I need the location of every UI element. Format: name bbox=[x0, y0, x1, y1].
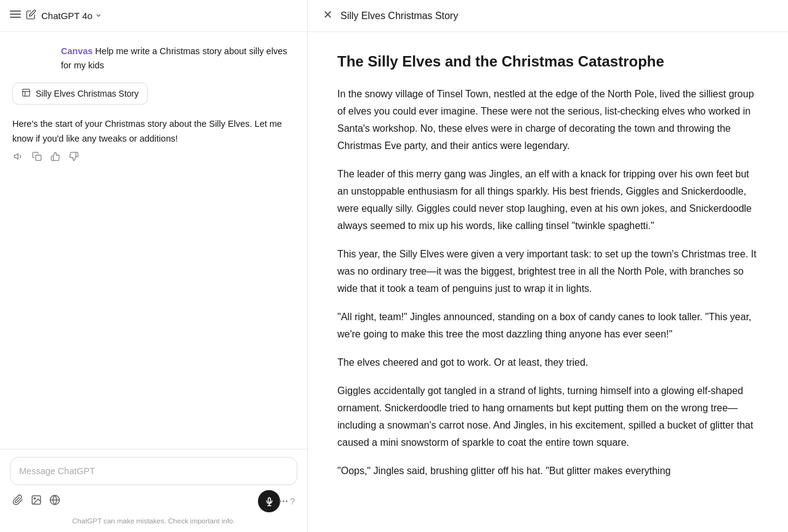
edit-icon[interactable] bbox=[26, 9, 36, 22]
disclaimer-text: ChatGPT can make mistakes. Check importa… bbox=[72, 517, 235, 525]
chat-area: CanvasHelp me write a Christmas story ab… bbox=[0, 32, 307, 449]
chevron-down-icon bbox=[95, 12, 102, 20]
story-paragraph-4: "All right, team!" Jingles announced, st… bbox=[337, 308, 758, 343]
canvas-label[interactable]: Canvas bbox=[61, 46, 93, 56]
read-aloud-button[interactable] bbox=[12, 150, 25, 164]
message-input-box[interactable]: Message ChatGPT bbox=[10, 457, 297, 485]
close-icon[interactable] bbox=[323, 9, 333, 23]
story-paragraph-5: The elves cheered and got to work. Or at… bbox=[337, 354, 758, 371]
right-panel-title: Silly Elves Christmas Story bbox=[340, 10, 458, 22]
canvas-doc-icon bbox=[22, 88, 31, 99]
assistant-message: Here's the start of your Christmas story… bbox=[12, 117, 283, 147]
svg-marker-3 bbox=[14, 154, 18, 159]
thumbs-down-button[interactable] bbox=[68, 150, 80, 164]
input-placeholder: Message ChatGPT bbox=[19, 466, 288, 476]
story-paragraph-6: Giggles accidentally got tangled in a st… bbox=[337, 382, 758, 451]
model-name: ChatGPT 4o bbox=[41, 10, 92, 21]
message-actions bbox=[12, 150, 295, 164]
svg-point-6 bbox=[34, 498, 35, 499]
input-area: Message ChatGPT bbox=[0, 449, 307, 532]
user-message-bubble: CanvasHelp me write a Christmas story ab… bbox=[61, 44, 295, 73]
story-paragraph-2: The leader of this merry gang was Jingle… bbox=[337, 166, 758, 235]
help-icon[interactable]: ? bbox=[290, 496, 295, 506]
globe-icon[interactable] bbox=[49, 494, 60, 509]
svg-rect-4 bbox=[36, 155, 41, 161]
thumbs-up-button[interactable] bbox=[49, 150, 62, 164]
user-message-text: Help me write a Christmas story about si… bbox=[61, 46, 287, 70]
svg-rect-0 bbox=[23, 89, 30, 96]
story-content: The Silly Elves and the Christmas Catast… bbox=[308, 32, 788, 532]
copy-button[interactable] bbox=[31, 150, 43, 164]
left-panel: ChatGPT 4o CanvasHelp me write a Christm… bbox=[0, 0, 308, 532]
attach-icon[interactable] bbox=[12, 494, 23, 509]
mic-activity-dots bbox=[279, 501, 287, 502]
story-paragraph-3: This year, the Silly Elves were given a … bbox=[337, 246, 758, 297]
canvas-card[interactable]: Silly Elves Christmas Story bbox=[12, 83, 148, 105]
disclaimer: ChatGPT can make mistakes. Check importa… bbox=[10, 517, 297, 527]
input-tools: ? bbox=[10, 490, 297, 514]
top-bar: ChatGPT 4o bbox=[0, 0, 307, 32]
user-message: CanvasHelp me write a Christmas story ab… bbox=[61, 44, 295, 73]
story-paragraph-1: In the snowy village of Tinsel Town, nes… bbox=[337, 86, 758, 155]
story-paragraph-7: "Oops," Jingles said, brushing glitter o… bbox=[337, 462, 758, 480]
model-selector[interactable]: ChatGPT 4o bbox=[41, 10, 102, 21]
mic-button[interactable] bbox=[258, 490, 280, 512]
story-title: The Silly Elves and the Christmas Catast… bbox=[337, 52, 758, 71]
menu-icon[interactable] bbox=[10, 10, 21, 22]
right-header: Silly Elves Christmas Story bbox=[308, 0, 788, 32]
image-icon[interactable] bbox=[31, 494, 42, 509]
right-panel: Silly Elves Christmas Story The Silly El… bbox=[308, 0, 788, 532]
canvas-card-label: Silly Elves Christmas Story bbox=[36, 89, 139, 99]
svg-rect-9 bbox=[268, 498, 270, 502]
